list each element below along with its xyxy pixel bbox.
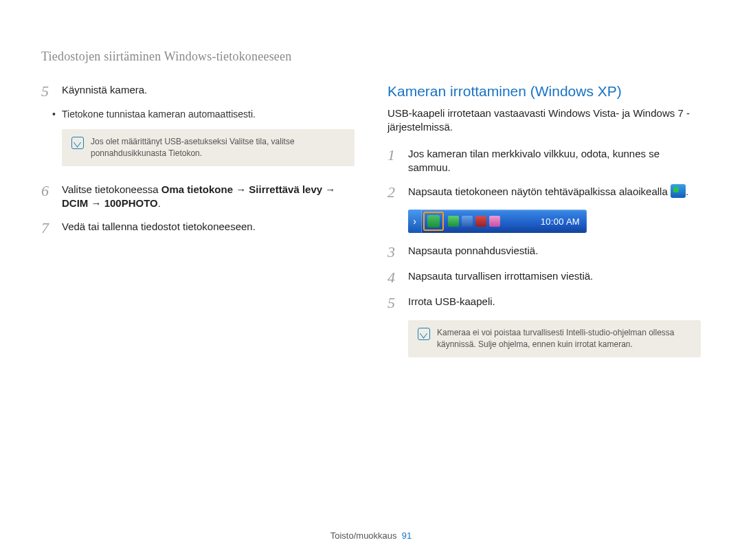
step-text: Napsauta tietokoneen näytön tehtäväpalki… — [408, 184, 701, 200]
tray-icon — [489, 216, 500, 227]
step-frag-bold: Oma tietokone — [161, 183, 233, 195]
step-text: Valitse tietokoneessa Oma tietokone → Si… — [62, 183, 355, 211]
step-number: 1 — [387, 147, 400, 175]
taskbar-clock: 10:00 AM — [534, 216, 587, 227]
note-frag-bold: Valitse tila — [229, 137, 267, 146]
right-step-3: 3 Napsauta ponnahdusviestiä. — [387, 244, 701, 260]
step-text: Napsauta ponnahdusviestiä. — [408, 244, 701, 260]
right-step-2: 2 Napsauta tietokoneen näytön tehtäväpal… — [387, 184, 701, 200]
safe-remove-icon — [671, 184, 686, 198]
step-text: Napsauta turvallisen irrottamisen viesti… — [408, 269, 701, 285]
footer-page-number: 91 — [402, 530, 412, 541]
arrow-icon: → — [322, 183, 335, 195]
page-header-title: Tiedostojen siirtäminen Windows-tietokon… — [41, 49, 701, 64]
step-text: Vedä tai tallenna tiedostot tietokoneese… — [62, 220, 355, 236]
step-text: Irrota USB-kaapeli. — [408, 295, 701, 311]
section-intro: USB-kaapeli irrotetaan vastaavasti Windo… — [387, 107, 701, 135]
arrow-icon: → — [88, 197, 104, 209]
arrow-icon: → — [233, 183, 249, 195]
step-6: 6 Valitse tietokoneessa Oma tietokone → … — [41, 183, 355, 211]
step-5-bullet: Tietokone tunnistaa kameran automaattise… — [62, 109, 355, 120]
tray-icon — [475, 216, 486, 227]
step-7: 7 Vedä tai tallenna tiedostot tietokonee… — [41, 220, 355, 236]
note-icon — [418, 328, 430, 340]
content-columns: 5 Käynnistä kamera. Tietokone tunnistaa … — [41, 83, 701, 357]
note-box-2: Kameraa ei voi poistaa turvallisesti Int… — [408, 320, 701, 357]
step-frag-bold: DCIM — [62, 197, 88, 209]
note-icon — [71, 137, 84, 149]
page-footer: Toisto/muokkaus 91 — [0, 530, 742, 541]
step-number: 7 — [41, 220, 54, 236]
step-number: 6 — [41, 183, 54, 211]
right-step-4: 4 Napsauta turvallisen irrottamisen vies… — [387, 269, 701, 285]
step-5: 5 Käynnistä kamera. — [41, 83, 355, 99]
step-number: 5 — [41, 83, 54, 99]
step-number: 5 — [387, 295, 400, 311]
step-text: Jos kameran tilan merkkivalo vilkkuu, od… — [408, 147, 701, 175]
step-frag-bold: 100PHOTO — [104, 197, 158, 209]
step-number: 4 — [387, 269, 400, 285]
step-frag: . — [158, 197, 161, 209]
tray-icons — [448, 216, 500, 227]
note-frag: . — [200, 148, 202, 158]
step-text: Käynnistä kamera. — [62, 83, 355, 99]
note-box-1: Jos olet määrittänyt USB-asetukseksi Val… — [62, 129, 355, 166]
step-frag: . — [686, 186, 688, 197]
tray-icon — [448, 216, 459, 227]
right-step-5: 5 Irrota USB-kaapeli. — [387, 295, 701, 311]
note-text: Jos olet määrittänyt USB-asetukseksi Val… — [91, 136, 345, 159]
step-frag-bold: Siirrettävä levy — [249, 183, 322, 195]
safe-remove-highlight — [423, 212, 444, 231]
step-frag: Valitse tietokoneessa — [62, 183, 161, 195]
section-heading: Kameran irrottaminen (Windows XP) — [387, 83, 701, 100]
tray-icon — [462, 216, 473, 227]
note-text: Kameraa ei voi poistaa turvallisesti Int… — [437, 327, 691, 350]
left-column: 5 Käynnistä kamera. Tietokone tunnistaa … — [41, 83, 355, 357]
footer-section: Toisto/muokkaus — [330, 530, 397, 541]
safe-remove-tray-icon — [427, 215, 440, 227]
right-step-1: 1 Jos kameran tilan merkkivalo vilkkuu, … — [387, 147, 701, 175]
step-number: 2 — [387, 184, 400, 200]
step-number: 3 — [387, 244, 400, 260]
taskbar-image: › 10:00 AM — [408, 210, 587, 233]
note-frag: Jos olet määrittänyt USB-asetukseksi — [91, 137, 229, 146]
note-frag-bold: Tietokon — [168, 148, 200, 158]
step-frag: Napsauta tietokoneen näytön tehtäväpalki… — [408, 186, 671, 197]
tray-expand-arrow-icon: › — [408, 210, 422, 233]
right-column: Kameran irrottaminen (Windows XP) USB-ka… — [387, 83, 701, 357]
